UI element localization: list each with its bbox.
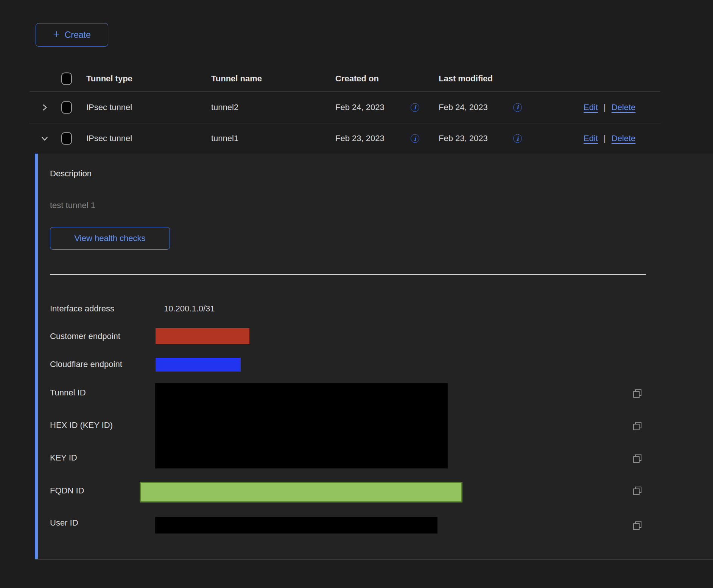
copy-tunnel-id-icon[interactable] <box>632 388 643 399</box>
tunnel-id-label: Tunnel ID <box>50 388 86 398</box>
tunnel-type-cell: IPsec tunnel <box>86 134 132 143</box>
table-row-tunnel2: IPsec tunnel tunnel2 Feb 24, 2023 i Feb … <box>0 92 713 123</box>
table-row-tunnel1: IPsec tunnel tunnel1 Feb 23, 2023 i Feb … <box>0 123 713 154</box>
create-button[interactable]: + Create <box>36 23 108 47</box>
row-checkbox[interactable] <box>61 132 72 145</box>
edit-link[interactable]: Edit <box>584 134 598 143</box>
customer-endpoint-label: Customer endpoint <box>50 331 120 341</box>
select-all-checkbox[interactable] <box>61 73 72 85</box>
delete-link[interactable]: Delete <box>612 134 636 143</box>
delete-link[interactable]: Delete <box>612 103 636 112</box>
created-on-cell: Feb 23, 2023 <box>335 134 385 143</box>
user-id-label: User ID <box>50 518 78 528</box>
row-checkbox[interactable] <box>61 101 72 114</box>
copy-key-id-icon[interactable] <box>632 453 643 464</box>
info-icon[interactable]: i <box>513 134 522 143</box>
copy-fqdn-id-icon[interactable] <box>632 485 643 496</box>
tunnel-name-cell: tunnel2 <box>211 103 238 112</box>
column-header-created-on: Created on <box>335 74 379 84</box>
interface-address-label: Interface address <box>50 304 114 314</box>
info-icon[interactable]: i <box>411 103 419 112</box>
key-id-label: KEY ID <box>50 453 77 463</box>
description-value: test tunnel 1 <box>50 201 95 210</box>
cloudflare-endpoint-redacted-value <box>156 358 241 372</box>
customer-endpoint-redacted-value <box>156 328 249 344</box>
fqdn-id-redacted-value <box>140 482 462 502</box>
info-icon[interactable]: i <box>411 134 419 143</box>
copy-user-id-icon[interactable] <box>632 520 643 531</box>
last-modified-cell: Feb 24, 2023 <box>439 103 488 112</box>
detail-divider <box>50 274 646 275</box>
actions-separator: | <box>604 134 606 143</box>
interface-address-value: 10.200.1.0/31 <box>164 304 215 314</box>
tunnels-page: { "colors": { "accent_blue": "#5f8df2", … <box>0 0 713 588</box>
plus-icon: + <box>53 28 60 40</box>
tunnel-type-cell: IPsec tunnel <box>86 103 132 112</box>
chevron-down-icon[interactable] <box>40 134 49 143</box>
chevron-right-icon[interactable] <box>40 103 49 112</box>
description-label: Description <box>50 169 92 179</box>
column-header-tunnel-type: Tunnel type <box>86 74 132 84</box>
info-icon[interactable]: i <box>513 103 522 112</box>
created-on-cell: Feb 24, 2023 <box>335 103 385 112</box>
cloudflare-endpoint-label: Cloudflare endpoint <box>50 359 122 369</box>
hex-id-label: HEX ID (KEY ID) <box>50 420 113 430</box>
ids-redacted-block <box>155 383 448 468</box>
user-id-redacted-value <box>155 517 437 534</box>
view-health-checks-button[interactable]: View health checks <box>50 227 170 250</box>
expanded-row-accent-bar <box>35 154 38 559</box>
create-button-label: Create <box>65 30 91 40</box>
tunnel-name-cell: tunnel1 <box>211 134 238 143</box>
copy-hex-id-icon[interactable] <box>632 420 643 432</box>
tunnel-detail-panel: Description test tunnel 1 View health ch… <box>35 154 713 560</box>
edit-link[interactable]: Edit <box>584 103 598 112</box>
row-actions: Edit | Delete <box>584 103 635 112</box>
actions-separator: | <box>604 103 606 112</box>
row-actions: Edit | Delete <box>584 134 635 143</box>
column-header-tunnel-name: Tunnel name <box>211 74 262 84</box>
table-header-row: Tunnel type Tunnel name Created on Last … <box>0 66 713 91</box>
last-modified-cell: Feb 23, 2023 <box>439 134 488 143</box>
fqdn-id-label: FQDN ID <box>50 486 84 496</box>
column-header-last-modified: Last modified <box>439 74 493 84</box>
